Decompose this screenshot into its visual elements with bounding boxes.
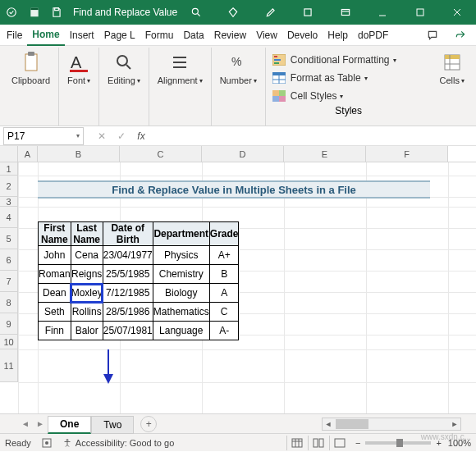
conditional-formatting-button[interactable]: Conditional Formatting▾ <box>271 51 427 69</box>
table-cell[interactable]: Physics <box>153 246 209 265</box>
table-cell[interactable]: B <box>209 265 239 284</box>
accessibility-status[interactable]: Accessibility: Good to go <box>62 438 174 448</box>
cell-styles-button[interactable]: Cell Styles▾ <box>271 87 427 105</box>
table-cell[interactable]: A+ <box>209 246 239 265</box>
editing-button[interactable]: Editing▾ <box>104 48 144 108</box>
row-header[interactable]: 9 <box>0 313 18 335</box>
table-cell[interactable]: 25/5/1985 <box>103 265 153 284</box>
col-header[interactable]: C <box>120 146 202 162</box>
table-cell[interactable]: Rollins <box>71 303 103 322</box>
alignment-button[interactable]: Alignment▾ <box>154 48 206 108</box>
worksheet[interactable]: A B C D E F Find & Replace Value in Mult… <box>0 146 476 413</box>
row-header[interactable]: 2 <box>0 176 18 197</box>
row-header[interactable]: 3 <box>0 197 18 207</box>
tab-formulas[interactable]: Formu <box>140 25 179 46</box>
ribbon-options-icon[interactable] <box>327 0 364 25</box>
table-cell[interactable]: 7/12/1985 <box>103 284 153 303</box>
fx-icon[interactable]: fx <box>131 127 151 145</box>
cells-button[interactable]: Cells▾ <box>437 48 468 108</box>
row-header[interactable]: 7 <box>0 271 18 292</box>
save-icon[interactable] <box>45 0 68 25</box>
tab-data[interactable]: Data <box>178 25 208 46</box>
col-header[interactable]: F <box>366 146 448 162</box>
row-header[interactable]: 10 <box>0 335 18 349</box>
table-cell[interactable]: Language <box>153 322 209 340</box>
minimize-button[interactable] <box>364 0 401 25</box>
table-cell[interactable]: Finn <box>39 322 71 340</box>
tab-review[interactable]: Review <box>209 25 251 46</box>
tab-dopdf[interactable]: doPDF <box>353 25 393 46</box>
table-cell[interactable]: 25/07/1981 <box>103 322 153 340</box>
table-cell[interactable]: Balor <box>71 322 103 340</box>
table-header[interactable]: First Name <box>39 222 71 246</box>
cancel-formula-icon[interactable]: ✕ <box>92 127 112 145</box>
zoom-out-icon[interactable]: − <box>355 438 360 448</box>
font-button[interactable]: A Font▾ <box>64 48 94 108</box>
name-box[interactable]: ▾ <box>3 127 84 145</box>
row-header[interactable]: 5 <box>0 228 18 249</box>
table-header[interactable]: Last Name <box>71 222 103 246</box>
tab-help[interactable]: Help <box>323 25 353 46</box>
formula-input[interactable] <box>151 130 476 142</box>
view-page-layout-icon[interactable] <box>308 436 329 450</box>
table-cell[interactable]: Dean <box>39 284 71 303</box>
table-cell[interactable]: Biology <box>153 284 209 303</box>
table-cell[interactable]: A- <box>209 322 239 340</box>
select-all-corner[interactable] <box>0 146 18 162</box>
table-cell[interactable]: Mathematics <box>153 303 209 322</box>
name-box-input[interactable] <box>7 130 60 142</box>
table-cell[interactable]: Seth <box>39 303 71 322</box>
row-header[interactable]: 8 <box>0 292 18 313</box>
chevron-down-icon[interactable]: ▾ <box>76 132 80 139</box>
view-page-break-icon[interactable] <box>329 436 350 450</box>
new-sheet-button[interactable]: + <box>140 416 157 432</box>
tab-file[interactable]: File <box>2 25 27 46</box>
table-header[interactable]: Grade <box>209 222 239 246</box>
row-header[interactable]: 6 <box>0 249 18 271</box>
clipboard-button[interactable]: Clipboard <box>8 48 53 108</box>
account-icon[interactable] <box>290 0 327 25</box>
diamond-icon[interactable] <box>215 0 252 25</box>
view-normal-icon[interactable] <box>286 436 308 450</box>
comments-icon[interactable] <box>419 25 446 45</box>
tab-home[interactable]: Home <box>27 25 64 46</box>
table-cell[interactable]: Moxley <box>71 284 103 303</box>
share-icon[interactable] <box>446 25 474 45</box>
search-icon[interactable] <box>177 0 214 25</box>
table-cell[interactable]: 28/5/1986 <box>103 303 153 322</box>
horizontal-scrollbar[interactable]: ◄► <box>322 418 461 431</box>
tab-insert[interactable]: Insert <box>65 25 99 46</box>
number-button[interactable]: % Number▾ <box>217 48 260 108</box>
row-header[interactable]: 4 <box>0 207 18 228</box>
col-header[interactable]: E <box>284 146 366 162</box>
col-header[interactable]: A <box>18 146 38 162</box>
pen-icon[interactable] <box>252 0 289 25</box>
maximize-button[interactable] <box>401 0 438 25</box>
table-header[interactable]: Department <box>153 222 209 246</box>
tab-nav-prev[interactable]: ◄ <box>18 417 33 431</box>
tab-view[interactable]: View <box>251 25 282 46</box>
close-button[interactable] <box>439 0 476 25</box>
macro-record-icon[interactable] <box>41 437 53 449</box>
col-header[interactable]: D <box>202 146 284 162</box>
row-header[interactable]: 11 <box>0 349 18 382</box>
format-as-table-button[interactable]: Format as Table▾ <box>271 69 427 87</box>
table-cell[interactable]: Roman <box>39 265 71 284</box>
tab-developer[interactable]: Develo <box>282 25 323 46</box>
row-header[interactable]: 1 <box>0 162 18 176</box>
tab-page-layout[interactable]: Page L <box>99 25 140 46</box>
table-cell[interactable]: John <box>39 246 71 265</box>
enter-formula-icon[interactable]: ✓ <box>112 127 131 145</box>
table-cell[interactable]: Reigns <box>71 265 103 284</box>
table-cell[interactable]: C <box>209 303 239 322</box>
table-cell[interactable]: Cena <box>71 246 103 265</box>
table-cell[interactable]: Chemistry <box>153 265 209 284</box>
sheet-tab-one[interactable]: One <box>48 416 91 434</box>
table-cell[interactable]: A <box>209 284 239 303</box>
sheet-tab-two[interactable]: Two <box>91 416 134 434</box>
col-header[interactable]: B <box>38 146 120 162</box>
table-header[interactable]: Date of Birth <box>103 222 153 246</box>
table-cell[interactable]: 23/04/1977 <box>103 246 153 265</box>
tab-nav-next[interactable]: ► <box>33 417 48 431</box>
autosave-toggle[interactable] <box>0 0 23 25</box>
